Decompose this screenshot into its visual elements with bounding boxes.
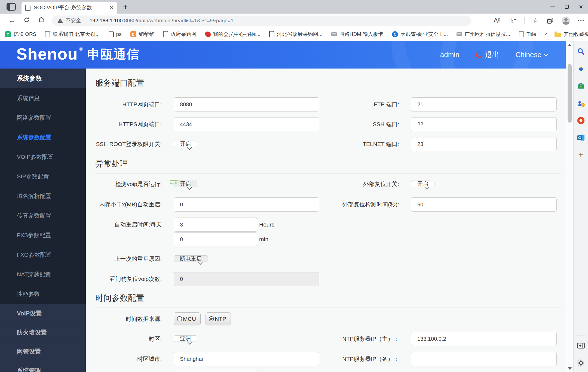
maximize-button[interactable] — [560, 0, 574, 14]
other-favorites-button[interactable]: 其他收藏夹 — [555, 31, 588, 38]
voip-check-select[interactable]: 开启 ▪▪▪▪▪▪▪▪-Apollo — [174, 181, 197, 187]
bookmarks-overflow-icon[interactable] — [545, 33, 548, 36]
favorites-icon[interactable]: ☆ — [533, 17, 538, 24]
bookmark-item[interactable]: b 销帮帮 — [130, 31, 154, 38]
sidebar-item-nat-config[interactable]: NAT穿越配置 — [0, 265, 86, 284]
restart-hours-input[interactable] — [174, 218, 257, 232]
url-path[interactable]: :8080/main/webmain?headlist=1&list=9&pag… — [123, 18, 234, 24]
sidebar-item-system-info[interactable]: 系统信息 — [0, 88, 86, 108]
sidebar-group-firewall-settings[interactable]: 防火墙设置 — [0, 323, 86, 342]
main-content: 服务端口配置 HTTP网页端口: FTP 端口: HTTPS网页端口: SSH … — [86, 69, 566, 372]
not-secure-label[interactable]: 不安全 — [66, 17, 81, 24]
last-reboot-select[interactable]: 断电重启 — [174, 255, 208, 262]
page-scrollbar[interactable] — [566, 41, 573, 372]
sidebar-item-voip-param-config[interactable]: VOIP参数配置 — [0, 147, 86, 167]
add-favorite-icon[interactable]: ☆+ — [509, 17, 516, 24]
add-sidebar-item-icon[interactable]: + — [577, 150, 585, 159]
time-source-ntp-radio[interactable]: NTP — [206, 312, 231, 325]
search-icon[interactable] — [577, 47, 585, 56]
scroll-up-arrow-icon[interactable] — [568, 44, 572, 46]
collections-icon[interactable] — [547, 17, 554, 24]
page-favicon-icon — [25, 5, 30, 11]
sidebar-item-dns-config[interactable]: 域名解析配置 — [0, 186, 86, 206]
bookmark-item[interactable]: 四路HDMI输入板卡 — [331, 31, 384, 38]
ntp-primary-input[interactable] — [411, 332, 557, 346]
active-tab[interactable]: SOC-VOIP平台-系统参数 × — [22, 2, 117, 14]
sidebar-group-system-management[interactable]: 系统管理 — [0, 361, 86, 372]
sidebar-item-system-param-config[interactable]: 系统参数配置 — [0, 128, 86, 147]
not-secure-warning-icon[interactable]: ! — [57, 18, 63, 23]
games-icon[interactable] — [577, 99, 585, 108]
ext-reset-time-input[interactable] — [411, 197, 557, 212]
toolbox-icon[interactable] — [577, 82, 585, 91]
settings-gear-icon[interactable] — [577, 359, 585, 367]
home-icon[interactable] — [38, 16, 45, 25]
restart-minutes-input[interactable] — [174, 232, 257, 246]
hours-unit-label: Hours — [259, 218, 274, 232]
ssh-port-input[interactable] — [411, 117, 557, 131]
minimize-button[interactable] — [546, 0, 560, 14]
language-dropdown[interactable]: Chinese — [516, 51, 548, 59]
bookmark-doc-icon — [519, 31, 524, 37]
sidebar-item-performance[interactable]: 性能参数 — [0, 284, 86, 304]
form-row: 时区城市: NTP服务器IP（备）： — [86, 352, 566, 366]
https-port-input[interactable] — [174, 117, 319, 131]
office-icon[interactable] — [577, 116, 585, 125]
bookmark-item[interactable]: 我的会员中心-招标... — [205, 31, 261, 38]
sidebar-item-fxs-config[interactable]: FXS参数配置 — [0, 225, 86, 245]
address-bar[interactable]: ! 不安全 192.168.1.100 :8080/main/webmain?h… — [52, 16, 471, 26]
bookmark-item[interactable]: 政府采购网 — [163, 31, 197, 38]
scrollbar-thumb[interactable] — [568, 64, 572, 123]
workspaces-icon[interactable] — [7, 3, 16, 11]
bookmark-item[interactable]: Y 亿联 ORS — [5, 31, 36, 38]
sidebar-item-fxo-config[interactable]: FXO参数配置 — [0, 245, 86, 265]
bookmark-item[interactable]: 广州欧雅丽信息技... — [457, 31, 510, 38]
back-icon[interactable]: ← — [8, 16, 16, 25]
tz-city-input[interactable] — [174, 352, 319, 366]
select-watermark: ▪▪▪▪▪▪▪▪-Apollo — [170, 178, 179, 185]
sidebar-group-netmgmt-settings[interactable]: 网管设置 — [0, 342, 86, 361]
watchdog-label: 看门狗复位voip次数: — [86, 272, 162, 286]
bookmark-item[interactable]: 联系我们 北京天创... — [45, 31, 100, 38]
sidebar-item-fax-config[interactable]: 传真参数配置 — [0, 206, 86, 225]
ssh-root-label: SSH ROOT登录权限开关: — [86, 137, 162, 151]
tab-close-icon[interactable]: × — [110, 5, 114, 10]
clipped-bottom-input[interactable] — [174, 370, 257, 372]
new-tab-button[interactable]: + — [123, 2, 128, 11]
ext-reset-select[interactable]: 开启 — [411, 181, 434, 187]
close-button[interactable]: × — [574, 0, 588, 14]
sidebar-item-network-config[interactable]: 网络参数配置 — [0, 108, 86, 128]
ssh-root-select[interactable]: 开启 — [174, 141, 197, 147]
tab-strip: SOC-VOIP平台-系统参数 × + × — [0, 0, 588, 14]
mem-restart-input[interactable] — [174, 197, 319, 212]
ftp-port-input[interactable] — [411, 97, 557, 111]
url-host[interactable]: 192.168.1.100 — [90, 18, 123, 24]
window-controls: × — [546, 0, 588, 14]
http-port-input[interactable] — [174, 97, 319, 111]
read-aloud-icon[interactable]: A)) — [494, 17, 500, 24]
sidebar-group-voip-settings[interactable]: VoIP设置 — [0, 304, 86, 323]
bookmark-item[interactable]: ps — [109, 31, 122, 37]
refresh-icon[interactable] — [23, 16, 30, 25]
logout-button[interactable]: 退出 — [476, 50, 499, 60]
scroll-down-arrow-icon[interactable] — [568, 367, 572, 370]
telnet-port-input[interactable] — [411, 137, 557, 151]
time-source-mcu-radio[interactable]: MCU — [174, 312, 201, 325]
username-label[interactable]: admin — [440, 51, 460, 59]
tab-title: SOC-VOIP平台-系统参数 — [34, 4, 108, 11]
profile-avatar[interactable] — [562, 17, 570, 25]
sidebar-section-title[interactable]: 系统参数 — [0, 69, 86, 88]
outlook-icon[interactable] — [577, 133, 585, 142]
bookmark-item[interactable]: 河北省政府采购网... — [269, 31, 323, 38]
shopping-tag-icon[interactable] — [577, 64, 585, 73]
ntp-backup-input[interactable] — [411, 352, 557, 366]
section-divider — [95, 92, 562, 92]
mem-restart-label: 内存小于x(MB)自动重启: — [86, 197, 162, 212]
more-menu-icon[interactable] — [578, 20, 584, 21]
address-divider — [85, 18, 85, 24]
sidebar-item-sip-param-config[interactable]: SIP参数配置 — [0, 167, 86, 186]
bookmark-item[interactable]: Title — [519, 31, 536, 37]
bookmark-item[interactable]: C 天眼查-商业安全工... — [392, 31, 448, 38]
open-sidebar-panel-icon[interactable] — [577, 341, 585, 350]
timezone-select[interactable]: 亚洲 — [174, 335, 197, 342]
